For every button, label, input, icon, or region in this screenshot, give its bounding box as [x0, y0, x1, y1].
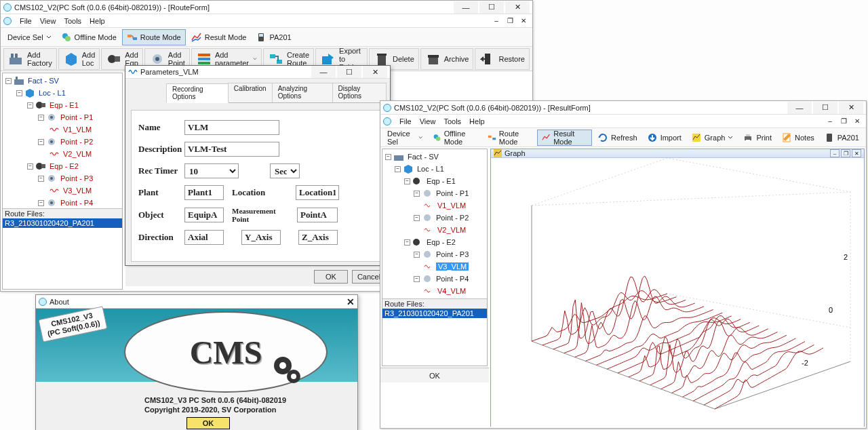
dialog-ok-button[interactable]: OK [314, 270, 348, 284]
tree-v1vlm[interactable]: V1_VLM [62, 125, 93, 134]
r-tree-loc[interactable]: Loc - L1 [416, 165, 446, 173]
maximize-button[interactable]: ☐ [813, 102, 837, 114]
r-tree-v2[interactable]: V2_VLM [436, 226, 467, 234]
result-route-file-item[interactable]: R3_210301020420_PA201 [382, 309, 487, 318]
menu-view[interactable]: View [420, 117, 436, 125]
about-ok-button[interactable]: OK [186, 417, 230, 429]
direction-input[interactable] [184, 230, 224, 245]
tab-recording-options[interactable]: Recording Options [166, 83, 229, 103]
description-input[interactable] [184, 142, 279, 157]
r-tree-p1[interactable]: Point - P1 [435, 189, 470, 197]
rec-unit-select[interactable]: Sec [270, 163, 300, 178]
minimize-button[interactable]: — [454, 1, 478, 14]
menu-view[interactable]: View [40, 17, 56, 25]
r-tree-v1[interactable]: V1_VLM [436, 201, 467, 210]
mdi-restore-button[interactable]: ❐ [837, 117, 850, 126]
minimize-button[interactable]: — [787, 102, 812, 114]
result-mode-button[interactable]: Result Mode [187, 29, 251, 45]
offline-mode-button[interactable]: Offline Mode [429, 130, 482, 146]
tree-v2vlm[interactable]: V2_VLM [62, 150, 93, 158]
r-tree-p3[interactable]: Point - P3 [435, 250, 470, 258]
notes-button[interactable]: Notes [777, 130, 818, 146]
tree-fact[interactable]: Fact - SV [26, 77, 60, 85]
measurement-point-input[interactable] [297, 208, 338, 222]
dialog-maximize-button[interactable]: ☐ [337, 66, 361, 78]
mdi-restore-button[interactable]: ❐ [504, 16, 516, 26]
r-tree-eqp2[interactable]: Eqp - E2 [425, 238, 457, 246]
plant-input[interactable] [184, 185, 224, 200]
pa201-button[interactable]: PA201 [252, 29, 295, 45]
r-tree-p4[interactable]: Point - P4 [435, 275, 470, 283]
menu-help[interactable]: Help [90, 17, 105, 25]
graph-canvas[interactable]: 2 0 -2 [491, 158, 864, 428]
tab-display-options[interactable]: Display Options [332, 83, 387, 102]
graph-min-button[interactable]: – [830, 149, 840, 157]
close-button[interactable]: ✕ [505, 1, 530, 14]
graph-button[interactable]: Graph [687, 130, 738, 146]
r-tree-fact[interactable]: Fact - SV [406, 153, 440, 161]
close-button[interactable]: ✕ [839, 102, 863, 114]
add-factory-button[interactable]: Add Factory [3, 48, 57, 70]
location-input[interactable] [296, 185, 339, 200]
object-input[interactable] [184, 208, 224, 222]
name-input[interactable] [184, 120, 279, 135]
menu-help[interactable]: Help [469, 117, 485, 125]
tree-toggle[interactable]: − [38, 115, 44, 121]
mdi-minimize-button[interactable]: – [824, 117, 836, 126]
device-sel-dropdown[interactable]: Device Sel [3, 29, 56, 45]
route-mode-button[interactable]: Route Mode [484, 130, 536, 146]
menu-tools[interactable]: Tools [64, 17, 81, 25]
y-axis-input[interactable] [241, 230, 281, 245]
tree-eqp1[interactable]: Eqp - E1 [48, 101, 80, 109]
graph-max-button[interactable]: ❐ [841, 149, 850, 157]
menu-file[interactable]: File [20, 17, 32, 25]
result-ok-button[interactable]: OK [380, 368, 489, 383]
result-tree[interactable]: −Fact - SV −Loc - L1 −Eqp - E1 −Point - … [382, 149, 487, 298]
tree-v3vlm[interactable]: V3_VLM [62, 187, 93, 195]
tree-toggle[interactable]: − [38, 200, 44, 206]
maximize-button[interactable]: ☐ [479, 1, 504, 14]
r-tree-v3[interactable]: V3_VLM [436, 262, 469, 271]
dialog-close-button[interactable]: ✕ [363, 66, 387, 78]
mdi-minimize-button[interactable]: – [490, 16, 502, 26]
tree-p2[interactable]: Point - P2 [59, 138, 94, 146]
tree-p4[interactable]: Point - P4 [59, 199, 94, 207]
result-mode-button[interactable]: Result Mode [537, 130, 592, 146]
tree-toggle[interactable]: − [38, 176, 44, 182]
mdi-close-button[interactable]: ✕ [851, 117, 863, 126]
tree-toggle[interactable]: − [5, 78, 12, 84]
archive-button[interactable]: Archive [420, 48, 474, 70]
graph-close-button[interactable]: ✕ [852, 149, 861, 157]
route-mode-button[interactable]: Route Mode [122, 29, 186, 45]
pa201-button[interactable]: PA201 [820, 130, 863, 146]
route-file-item[interactable]: R3_210301020420_PA201 [3, 218, 122, 228]
print-button[interactable]: Print [738, 130, 776, 146]
tree-p3[interactable]: Point - P3 [59, 174, 94, 182]
tree-toggle[interactable]: − [38, 139, 44, 145]
mdi-close-button[interactable]: ✕ [517, 16, 530, 26]
tree-toggle[interactable]: − [16, 90, 22, 96]
device-sel-dropdown[interactable]: Device Sel [383, 130, 427, 146]
import-button[interactable]: Import [643, 130, 686, 146]
tree-p1[interactable]: Point - P1 [59, 113, 94, 121]
about-close-button[interactable]: ✕ [347, 296, 355, 307]
r-tree-eqp1[interactable]: Eqp - E1 [425, 177, 457, 185]
offline-mode-button[interactable]: Offline Mode [57, 29, 121, 45]
tree-loc[interactable]: Loc - L1 [37, 89, 67, 97]
tab-analyzing-options[interactable]: Analyzing Options [272, 83, 333, 102]
r-tree-v4[interactable]: V4_VLM [436, 287, 467, 295]
route-tree[interactable]: −Fact - SV −Loc - L1 −Eqp - E1 −Point - … [3, 73, 122, 208]
rec-timer-select[interactable]: 10 [184, 163, 239, 178]
dialog-minimize-button[interactable]: — [311, 66, 336, 78]
r-tree-p2[interactable]: Point - P2 [435, 214, 470, 222]
menu-tools[interactable]: Tools [443, 117, 461, 125]
tree-toggle[interactable]: − [27, 102, 33, 109]
add-loc-button[interactable]: Add Loc [58, 48, 100, 70]
z-axis-input[interactable] [298, 230, 338, 245]
tree-toggle[interactable]: − [27, 163, 33, 170]
tree-eqp2[interactable]: Eqp - E2 [48, 162, 80, 170]
restore-button[interactable]: Restore [475, 48, 530, 70]
tab-calibration[interactable]: Calibration [228, 83, 273, 102]
menu-file[interactable]: File [399, 117, 412, 125]
refresh-button[interactable]: Refresh [593, 130, 642, 146]
